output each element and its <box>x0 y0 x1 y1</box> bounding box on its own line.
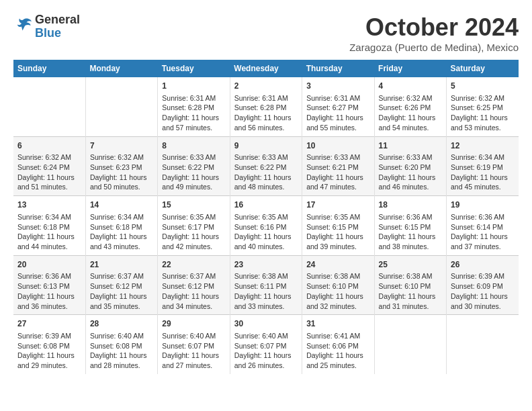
title-block: October 2024 Zaragoza (Puerto de Medina)… <box>349 13 519 53</box>
cell-content: Daylight: 11 hours and 44 minutes. <box>17 232 81 251</box>
cell-content: Daylight: 11 hours and 40 minutes. <box>234 232 298 251</box>
calendar-cell: 27Sunrise: 6:39 AMSunset: 6:08 PMDayligh… <box>13 315 85 374</box>
cell-content: Daylight: 11 hours and 37 minutes. <box>451 232 515 251</box>
cell-content: Sunset: 6:17 PM <box>162 222 225 232</box>
day-number: 17 <box>306 199 369 211</box>
cell-content: Sunset: 6:16 PM <box>234 222 298 232</box>
day-number: 23 <box>234 259 298 271</box>
cell-content: Sunrise: 6:32 AM <box>17 152 81 163</box>
cell-content: Sunset: 6:21 PM <box>306 163 369 173</box>
day-number: 5 <box>451 81 515 92</box>
cell-content: Daylight: 11 hours and 48 minutes. <box>234 173 298 192</box>
header-tuesday: Tuesday <box>158 60 230 77</box>
header-friday: Friday <box>374 60 446 77</box>
day-number: 10 <box>306 140 369 152</box>
calendar-cell: 30Sunrise: 6:40 AMSunset: 6:07 PMDayligh… <box>230 315 302 374</box>
cell-content: Sunrise: 6:37 AM <box>90 271 153 281</box>
day-number: 15 <box>162 199 225 211</box>
cell-content: Sunset: 6:28 PM <box>162 103 225 113</box>
calendar-cell: 20Sunrise: 6:36 AMSunset: 6:13 PMDayligh… <box>13 255 85 315</box>
day-number: 6 <box>17 140 81 152</box>
cell-content: Sunset: 6:23 PM <box>90 163 153 173</box>
cell-content: Sunrise: 6:35 AM <box>162 212 225 222</box>
day-number: 26 <box>451 259 515 271</box>
calendar-table: SundayMondayTuesdayWednesdayThursdayFrid… <box>13 60 519 374</box>
cell-content: Sunset: 6:07 PM <box>234 341 298 351</box>
day-number: 1 <box>162 81 225 92</box>
cell-content: Sunrise: 6:38 AM <box>379 271 442 281</box>
cell-content: Sunset: 6:15 PM <box>379 222 442 232</box>
calendar-cell: 2Sunrise: 6:31 AMSunset: 6:28 PMDaylight… <box>230 77 302 136</box>
cell-content: Sunrise: 6:40 AM <box>90 331 153 341</box>
cell-content: Daylight: 11 hours and 53 minutes. <box>451 113 515 132</box>
calendar-cell: 9Sunrise: 6:33 AMSunset: 6:22 PMDaylight… <box>230 136 302 196</box>
cell-content: Sunset: 6:20 PM <box>379 163 442 173</box>
calendar-cell <box>13 77 85 136</box>
day-number: 20 <box>17 259 81 271</box>
cell-content: Sunrise: 6:32 AM <box>379 93 442 103</box>
cell-content: Sunset: 6:22 PM <box>162 163 225 173</box>
cell-content: Daylight: 11 hours and 55 minutes. <box>306 113 369 132</box>
calendar-cell: 16Sunrise: 6:35 AMSunset: 6:16 PMDayligh… <box>230 196 302 256</box>
day-number: 14 <box>90 199 153 211</box>
day-number: 31 <box>306 318 369 330</box>
location: Zaragoza (Puerto de Medina), Mexico <box>349 42 519 53</box>
calendar-week-row: 1Sunrise: 6:31 AMSunset: 6:28 PMDaylight… <box>13 77 519 136</box>
day-number: 19 <box>451 199 515 211</box>
calendar-cell: 3Sunrise: 6:31 AMSunset: 6:27 PMDaylight… <box>302 77 374 136</box>
cell-content: Sunset: 6:08 PM <box>17 341 81 351</box>
day-number: 30 <box>234 318 298 330</box>
cell-content: Sunset: 6:11 PM <box>234 281 298 291</box>
day-number: 4 <box>379 81 442 92</box>
cell-content: Sunrise: 6:31 AM <box>234 93 298 103</box>
cell-content: Sunset: 6:07 PM <box>162 341 225 351</box>
calendar-cell: 17Sunrise: 6:35 AMSunset: 6:15 PMDayligh… <box>302 196 374 256</box>
header-saturday: Saturday <box>447 60 519 77</box>
calendar-cell: 1Sunrise: 6:31 AMSunset: 6:28 PMDaylight… <box>158 77 230 136</box>
cell-content: Sunrise: 6:34 AM <box>451 152 515 163</box>
cell-content: Sunrise: 6:32 AM <box>90 152 153 163</box>
page-header: General Blue October 2024 Zaragoza (Puer… <box>13 13 519 53</box>
cell-content: Sunrise: 6:35 AM <box>234 212 298 222</box>
cell-content: Daylight: 11 hours and 32 minutes. <box>306 291 369 311</box>
calendar-cell: 28Sunrise: 6:40 AMSunset: 6:08 PMDayligh… <box>85 315 157 374</box>
cell-content: Sunrise: 6:31 AM <box>306 93 369 103</box>
day-number: 21 <box>90 259 153 271</box>
day-number: 7 <box>90 140 153 152</box>
cell-content: Sunrise: 6:33 AM <box>379 152 442 163</box>
calendar-cell: 29Sunrise: 6:40 AMSunset: 6:07 PMDayligh… <box>158 315 230 374</box>
calendar-cell: 15Sunrise: 6:35 AMSunset: 6:17 PMDayligh… <box>158 196 230 256</box>
cell-content: Daylight: 11 hours and 54 minutes. <box>379 113 442 132</box>
cell-content: Sunset: 6:25 PM <box>451 103 515 113</box>
day-number: 29 <box>162 318 225 330</box>
cell-content: Sunset: 6:14 PM <box>451 222 515 232</box>
calendar-cell: 11Sunrise: 6:33 AMSunset: 6:20 PMDayligh… <box>374 136 446 196</box>
cell-content: Sunset: 6:19 PM <box>451 163 515 173</box>
calendar-header-row: SundayMondayTuesdayWednesdayThursdayFrid… <box>13 60 519 77</box>
day-number: 16 <box>234 199 298 211</box>
cell-content: Sunrise: 6:33 AM <box>234 152 298 163</box>
cell-content: Sunset: 6:10 PM <box>379 281 442 291</box>
day-number: 22 <box>162 259 225 271</box>
logo-icon <box>13 15 34 36</box>
cell-content: Sunrise: 6:31 AM <box>162 93 225 103</box>
calendar-cell: 4Sunrise: 6:32 AMSunset: 6:26 PMDaylight… <box>374 77 446 136</box>
cell-content: Sunrise: 6:40 AM <box>162 331 225 341</box>
calendar-cell: 6Sunrise: 6:32 AMSunset: 6:24 PMDaylight… <box>13 136 85 196</box>
logo: General Blue <box>13 13 80 40</box>
cell-content: Sunset: 6:22 PM <box>234 163 298 173</box>
cell-content: Sunset: 6:24 PM <box>17 163 81 173</box>
cell-content: Daylight: 11 hours and 28 minutes. <box>90 351 153 370</box>
calendar-cell <box>374 315 446 374</box>
calendar-cell: 31Sunrise: 6:41 AMSunset: 6:06 PMDayligh… <box>302 315 374 374</box>
calendar-cell: 7Sunrise: 6:32 AMSunset: 6:23 PMDaylight… <box>85 136 157 196</box>
calendar-cell: 18Sunrise: 6:36 AMSunset: 6:15 PMDayligh… <box>374 196 446 256</box>
calendar-cell: 25Sunrise: 6:38 AMSunset: 6:10 PMDayligh… <box>374 255 446 315</box>
cell-content: Daylight: 11 hours and 29 minutes. <box>17 351 81 370</box>
calendar-cell: 22Sunrise: 6:37 AMSunset: 6:12 PMDayligh… <box>158 255 230 315</box>
calendar-cell <box>447 315 519 374</box>
day-number: 11 <box>379 140 442 152</box>
calendar-cell: 8Sunrise: 6:33 AMSunset: 6:22 PMDaylight… <box>158 136 230 196</box>
cell-content: Daylight: 11 hours and 50 minutes. <box>90 173 153 192</box>
calendar-cell: 19Sunrise: 6:36 AMSunset: 6:14 PMDayligh… <box>447 196 519 256</box>
